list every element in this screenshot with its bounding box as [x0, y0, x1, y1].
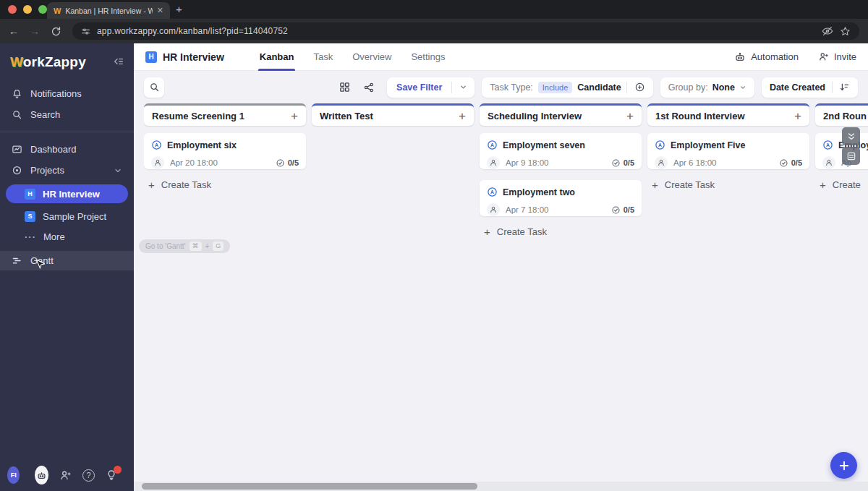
svg-text:A: A	[826, 142, 830, 148]
checklist-count: 0/5	[276, 158, 299, 168]
minimize-window-button[interactable]	[23, 5, 32, 14]
chevron-down-icon[interactable]	[114, 166, 122, 175]
bookmark-star-icon[interactable]	[840, 26, 851, 37]
column-first-round-interview: 1st Round Interview + A Employment Five	[647, 103, 809, 482]
task-card[interactable]: A Employment two Apr 7 18:00	[480, 180, 642, 216]
invite-button[interactable]: Invite	[818, 51, 856, 62]
board-view-icon[interactable]	[339, 81, 351, 93]
forward-button[interactable]: →	[30, 26, 40, 36]
add-filter-icon[interactable]	[632, 82, 645, 93]
save-filter-label: Save Filter	[387, 82, 451, 93]
svg-text:A: A	[490, 189, 494, 195]
url-bar[interactable]: app.workzappy.com/kanban/list?pid=114040…	[72, 22, 859, 40]
check-circle-icon	[611, 205, 621, 215]
sidebar-item-notifications[interactable]: Notifications	[0, 83, 134, 104]
create-task-button[interactable]: + Create Task	[480, 226, 642, 237]
sidebar-item-dashboard[interactable]: Dashboard	[0, 139, 134, 160]
url-text: app.workzappy.com/kanban/list?pid=114040…	[97, 26, 815, 36]
add-task-icon[interactable]: +	[459, 110, 466, 122]
sidebar-item-sample-project[interactable]: S Sample Project	[0, 206, 134, 226]
sidebar-item-hr-interview[interactable]: H HR Interview	[6, 184, 128, 203]
column-header[interactable]: Written Test +	[312, 103, 474, 126]
assignee-icon[interactable]	[655, 156, 668, 169]
assignee-icon[interactable]	[822, 156, 835, 169]
cmd-key-badge: ⌘	[190, 242, 202, 251]
back-button[interactable]: ←	[9, 26, 19, 36]
browser-toolbar: ← → app.workzappy.com/kanban/list?pid=11…	[0, 19, 868, 43]
detail-view-button[interactable]	[842, 147, 860, 165]
due-date: Apr 20 18:00	[170, 158, 270, 167]
create-task-button[interactable]: + Create	[815, 179, 868, 190]
create-task-button[interactable]: + Create Task	[144, 179, 306, 190]
tab-overview[interactable]: Overview	[351, 43, 393, 71]
sidebar-divider	[0, 132, 134, 132]
task-type-filter[interactable]: Task Type: Include Candidate	[482, 77, 652, 98]
automation-button[interactable]: Automation	[734, 51, 799, 63]
candidate-type-icon: A	[822, 140, 833, 150]
board-search-button[interactable]	[144, 77, 164, 98]
create-task-button[interactable]: + Create Task	[647, 179, 809, 190]
share-icon[interactable]	[363, 82, 375, 93]
gantt-icon	[12, 255, 22, 266]
user-avatar[interactable]: FI	[7, 466, 20, 484]
candidate-type-icon: A	[487, 187, 498, 197]
sidebar-item-search[interactable]: Search	[0, 104, 134, 125]
sample-project-label: Sample Project	[43, 211, 106, 222]
site-settings-icon[interactable]	[81, 27, 90, 36]
eye-hidden-icon[interactable]	[822, 25, 833, 37]
assistant-bot-icon[interactable]	[35, 466, 48, 484]
tab-kanban[interactable]: Kanban	[258, 43, 296, 71]
svg-text:A: A	[155, 142, 158, 148]
column-header[interactable]: 2nd Roun	[815, 103, 868, 126]
add-task-icon[interactable]: +	[794, 110, 801, 122]
create-task-label: Create Task	[497, 226, 547, 237]
task-card[interactable]: A Employment six Apr 20 18:00	[144, 133, 306, 169]
plus-icon: +	[652, 179, 658, 190]
close-window-button[interactable]	[8, 5, 17, 14]
assignee-icon[interactable]	[487, 203, 500, 216]
add-new-fab-button[interactable]	[830, 452, 857, 479]
column-header[interactable]: 1st Round Interview +	[647, 103, 809, 126]
browser-tab[interactable]: W Kanban | HR Interview - Wor ✕	[47, 2, 170, 19]
horizontal-scrollbar[interactable]	[134, 482, 868, 491]
tooltip-plus: +	[205, 242, 210, 250]
task-card[interactable]: A Employment Five Apr 6 18:00	[647, 133, 809, 169]
tab-close-icon[interactable]: ✕	[157, 6, 163, 15]
project-initial-icon: H	[145, 51, 157, 63]
collapse-sidebar-icon[interactable]	[113, 56, 124, 67]
sort-order-icon[interactable]	[839, 82, 850, 93]
new-tab-button[interactable]: +	[176, 2, 182, 17]
scroll-down-button[interactable]	[842, 127, 860, 145]
app-logo: WorkZappy	[10, 54, 86, 70]
assignee-icon[interactable]	[151, 156, 164, 169]
sidebar-item-projects[interactable]: Projects	[0, 160, 134, 181]
svg-text:A: A	[658, 142, 662, 148]
column-header[interactable]: Scheduling Interview +	[480, 103, 642, 126]
include-chip[interactable]: Include	[538, 82, 572, 93]
tab-task[interactable]: Task	[312, 43, 334, 71]
add-task-icon[interactable]: +	[626, 110, 634, 122]
tooltip-text: Go to 'Gantt'	[145, 242, 186, 250]
sidebar-item-gantt[interactable]: Gantt	[0, 251, 134, 270]
plus-icon: +	[820, 179, 826, 190]
whats-new-bulb-icon[interactable]	[106, 469, 117, 481]
task-title: Employment Five	[671, 140, 746, 150]
scrollbar-thumb[interactable]	[142, 483, 477, 490]
sidebar-item-more[interactable]: ··· More	[0, 226, 134, 247]
save-filter-button[interactable]: Save Filter	[387, 77, 475, 98]
tab-settings[interactable]: Settings	[409, 43, 446, 71]
group-by-dropdown[interactable]: Group by: None	[660, 77, 754, 98]
maximize-window-button[interactable]	[38, 5, 47, 14]
check-circle-icon	[779, 158, 788, 168]
hr-interview-label: HR Interview	[43, 189, 100, 200]
help-icon[interactable]: ?	[82, 469, 95, 482]
assignee-icon[interactable]	[487, 156, 500, 169]
sort-dropdown[interactable]: Date Created	[762, 77, 858, 98]
add-task-icon[interactable]: +	[291, 110, 298, 122]
task-card[interactable]: A Employment seven Apr 9 18:00	[480, 133, 642, 169]
reload-button[interactable]	[51, 26, 61, 37]
invite-user-icon[interactable]	[59, 469, 72, 482]
automation-label: Automation	[751, 51, 799, 62]
chevron-down-icon[interactable]	[452, 83, 475, 91]
column-header[interactable]: Resume Screening 1 +	[144, 103, 306, 126]
